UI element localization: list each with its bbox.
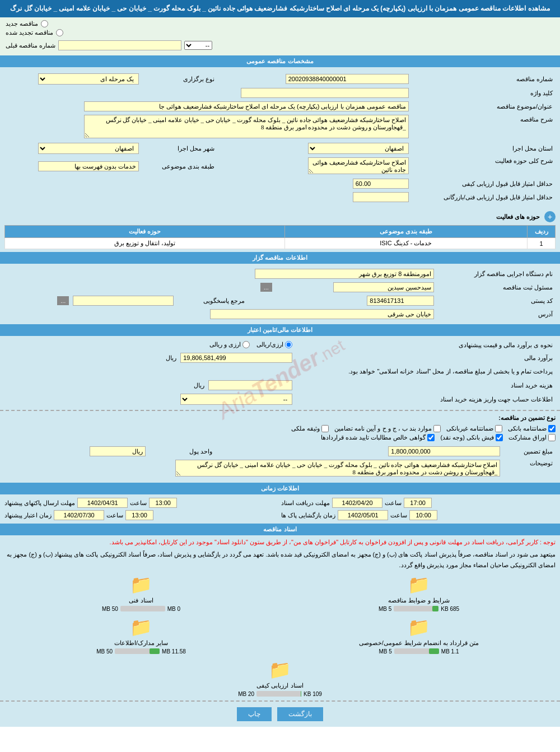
folder-icon-1: 📁 (408, 574, 430, 595)
description-textarea[interactable]: اصلاح ساختارشبکه فشارضعیف هوائی جاده نائ… (84, 115, 409, 138)
add-activity-btn[interactable]: + (544, 211, 556, 222)
budget-label: برآورد مالی (295, 351, 556, 365)
exec-org-label: نام دستگاه اجرایی مناقصه گزار (437, 267, 556, 281)
doc-bar-4 (150, 648, 160, 654)
responsible-btn[interactable]: ... (260, 283, 272, 292)
budget-input[interactable] (180, 353, 292, 363)
radio-energy[interactable] (242, 341, 250, 348)
postal-label: کد پستی (437, 294, 556, 307)
activity-desc-label: شرح کلی حوزه فعالیت (412, 156, 556, 177)
folder-icon-quality: 📁 (269, 659, 291, 680)
radio-new[interactable] (41, 20, 48, 27)
prev-tender-input[interactable] (58, 40, 181, 50)
responsible-input[interactable] (333, 282, 434, 292)
guarantee-section: نوع تضمین در مناقصه: ضمانتنامه بانکی ضما… (0, 410, 560, 483)
option-rial-label: ارزی/ریالی (256, 341, 292, 348)
date-3: 1402/05/01 (338, 510, 388, 520)
doc-bar-bg-2 (120, 606, 165, 611)
organizer-info-content: نام دستگاه اجرایی مناقصه گزار مسئول ثبت … (0, 264, 560, 324)
timing-item-3: 10:00 ساعت 1402/05/01 زمان بازگشایی پاک … (281, 510, 556, 520)
timing-grid: 17:00 ساعت 1402/04/20 مهلت دریافت اسناد … (4, 498, 556, 520)
timing-section: اطلاعات زمانی 17:00 ساعت 1402/04/20 مهلت… (0, 483, 560, 524)
doc-bar-bg-3 (394, 648, 439, 654)
timing-item-2: 13:00 ساعت 1402/04/31 مهلت ارسال پاکتهای… (4, 498, 279, 508)
guarantee-types-row2: اوراق مشارکت فیش بانکی (وجه نقد) گواهی خ… (4, 434, 556, 441)
print-button[interactable]: چاپ (237, 707, 272, 721)
time-3: 10:00 (409, 510, 437, 520)
radio-renewed[interactable] (56, 29, 63, 36)
radio-rial[interactable] (285, 341, 292, 348)
prev-tender-select[interactable]: -- (184, 41, 212, 50)
keyword-label: کلید واژه (412, 86, 556, 100)
keyword-input[interactable] (241, 88, 409, 98)
row-category: خدمات - کدینگ ISIC (284, 238, 527, 249)
chk-rules-guarantee[interactable] (433, 425, 441, 432)
min-tech-input[interactable] (353, 192, 409, 202)
guarantee-desc-label: توضیحات (503, 458, 556, 479)
doc-progress-1: 685 KB 5 MB (282, 606, 556, 612)
guarantee-desc-textarea[interactable]: اصلاح ساختارشبکه فشارضعیف هوائی جاده نائ… (175, 460, 500, 477)
docs-grid: 📁 شرایط و ضوابط مناقصه 685 KB 5 MB 📁 اسن… (4, 574, 556, 697)
subject-input[interactable] (84, 101, 409, 111)
guarantee-type-7: گواهی خالص مطالبات تایید شده قراردادها (321, 434, 435, 441)
address-input[interactable] (210, 309, 434, 319)
col-row: ردیف (528, 226, 556, 238)
financial-info-section: اطلاعات مالی/تامین اعتبار نحوه ی برآورد … (0, 324, 560, 410)
time-4: 13:00 (125, 510, 153, 520)
exec-org-input[interactable] (255, 269, 434, 279)
guarantee-type-1: ضمانتنامه بانکی (508, 425, 556, 432)
purchase-cost-unit: ریال (194, 382, 204, 389)
unit-input[interactable] (90, 446, 146, 456)
doc-label-4: سایر مدارک/اطلاعات (114, 639, 168, 647)
guarantee-title: نوع تضمین در مناقصه: (4, 414, 556, 422)
budget-unit: ریال (166, 354, 176, 361)
amount-input[interactable] (388, 446, 500, 456)
timing-item-1: 17:00 ساعت 1402/04/20 مهلت دریافت اسناد (281, 498, 556, 508)
timing-label-2: مهلت ارسال پاکتهای پیشنهاد (4, 499, 75, 507)
organizer-info-section: اطلاعات مناقصه گزار نام دستگاه اجرایی من… (0, 252, 560, 324)
col-category: طبقه بندی موضوعی (284, 226, 527, 238)
doc-max-2: 50 MB (102, 606, 118, 612)
date-1: 1402/04/20 (332, 498, 382, 508)
chk-nonbank-guarantee[interactable] (495, 425, 502, 432)
doc-progress-4: 11.58 MB 50 MB (4, 648, 278, 655)
city-select[interactable]: اصفهان (38, 143, 139, 154)
chk-cash[interactable] (496, 434, 503, 441)
type-select[interactable]: یک مرحله ای (38, 73, 139, 85)
guarantee-type-2: ضمانتنامه غیربانکی (446, 425, 502, 432)
chk-property-guarantee[interactable] (321, 425, 329, 432)
chk-claims[interactable] (427, 434, 435, 441)
doc-max-1: 5 MB (379, 606, 391, 612)
amount-label: مبلغ تضمین (503, 445, 556, 458)
folder-icon-3: 📁 (408, 616, 430, 638)
row-zone: تولید، انتقال و توزیع برق (5, 238, 285, 249)
tender-number-input[interactable] (286, 74, 409, 84)
chk-bonds[interactable] (548, 434, 556, 441)
general-specs-header: مشخصات مناقصه عمومی (0, 55, 560, 67)
doc-max-3: 5 MB (379, 648, 391, 655)
guarantee-types-row: ضمانتنامه بانکی ضمانتنامه غیربانکی موارد… (4, 425, 556, 432)
category-input[interactable] (38, 161, 139, 171)
general-specs-section: مشخصات مناقصه عمومی شماره مناقصه نوع برگ… (0, 55, 560, 208)
notice1: توجه : کاربر گرامی، دریافت اسناد در مهلت… (4, 539, 556, 546)
timing-label-sa: ساعت (385, 499, 402, 507)
reference-input[interactable] (73, 296, 174, 306)
chk-bank-guarantee[interactable] (548, 425, 556, 432)
min-quality-input[interactable] (353, 179, 409, 189)
doc-max-quality: 20 MB (238, 691, 254, 697)
doc-item-3: 📁 متن قرارداد به انضمام شرایط عمومی/خصوص… (282, 616, 556, 655)
activity-desc-textarea[interactable]: اصلاح ساختارشبکه فشارضعیف هوائی جاده نائ… (308, 157, 409, 174)
guarantee-type-5: اوراق مشارکت (508, 434, 556, 441)
doc-max-4: 50 MB (96, 648, 113, 655)
account-info-select[interactable]: -- (180, 394, 292, 405)
postal-input[interactable] (367, 296, 434, 306)
doc-item-2: 📁 اسناد فنی 0 MB 50 MB (4, 574, 278, 612)
province-select[interactable]: اصفهان (308, 143, 409, 154)
min-tech-label: حداقل امتیاز قابل قبول ارزیابی فنی/بازرگ… (412, 190, 556, 204)
purchase-cost-input[interactable] (208, 380, 292, 390)
radio-renewed-row: مناقصه تجدید شده (6, 29, 554, 36)
row-number: 1 (528, 238, 556, 249)
reference-btn[interactable]: ... (57, 296, 69, 305)
prev-tender-label: شماره مناقصه قبلی (6, 42, 55, 49)
back-button[interactable]: بازگشت (277, 707, 323, 721)
